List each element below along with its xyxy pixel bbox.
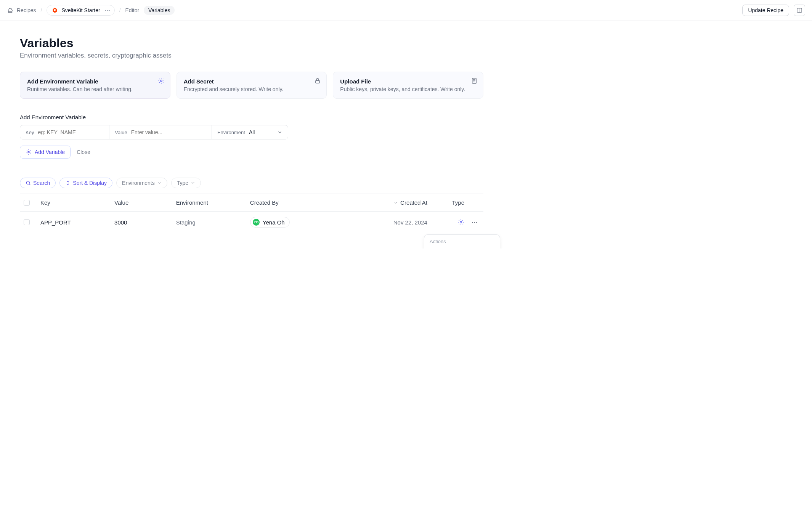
svg-rect-2 [316, 80, 320, 83]
user-pill[interactable]: YO Yena Oh [250, 217, 290, 228]
chef-hat-icon [7, 7, 14, 14]
variables-table: Key Value Environment Created By Created… [20, 194, 483, 233]
chevron-down-icon [157, 181, 162, 185]
breadcrumb-root-label: Recipes [17, 7, 36, 13]
more-horizontal-icon [472, 222, 477, 223]
panel-right-icon [796, 7, 802, 13]
breadcrumb-editor-label: Editor [125, 7, 140, 13]
form-value-label: Value [115, 130, 127, 135]
sort-icon [65, 180, 71, 186]
table-header-created-at-label: Created At [400, 199, 427, 206]
form-actions: Add Variable Close [20, 146, 483, 159]
chevron-down-icon [191, 181, 195, 185]
key-input[interactable] [38, 129, 95, 135]
table-cell-type [431, 212, 468, 233]
form-key-label: Key [26, 130, 34, 135]
card-add-secret[interactable]: Add Secret Encrypted and securely stored… [177, 72, 327, 99]
menu-copy-value[interactable]: Copy Value [424, 247, 500, 248]
svg-point-1 [160, 80, 162, 82]
table-header-environment[interactable]: Environment [172, 194, 246, 212]
type-chip[interactable]: Type [171, 178, 201, 188]
form-env-cell[interactable]: Environment All [212, 125, 288, 139]
action-cards: Add Environment Variable Runtime variabl… [20, 72, 483, 99]
type-chip-label: Type [177, 180, 188, 186]
lock-icon [314, 77, 321, 84]
card-upload-desc: Public keys, private keys, and certifica… [340, 86, 476, 92]
user-name: Yena Oh [263, 219, 285, 226]
breadcrumb-project-label: SvelteKit Starter [61, 7, 100, 13]
close-button[interactable]: Close [77, 149, 90, 155]
table-cell-created-at: Nov 22, 2024 [357, 212, 431, 233]
table-header-created-by[interactable]: Created By [246, 194, 357, 212]
breadcrumb-current[interactable]: Variables [144, 6, 175, 15]
top-bar: Recipes / SvelteKit Starter / Editor Var… [0, 0, 812, 21]
row-environment: Staging [176, 219, 196, 226]
add-variable-button[interactable]: Add Variable [20, 146, 71, 159]
search-chip[interactable]: Search [20, 178, 56, 188]
table-header-value[interactable]: Value [111, 194, 172, 212]
card-env-desc: Runtime variables. Can be read after wri… [27, 86, 163, 92]
form-section-title: Add Environment Variable [20, 114, 483, 120]
file-icon [471, 77, 478, 84]
form-env-label: Environment [217, 130, 245, 135]
environments-chip-label: Environments [122, 180, 155, 186]
table-header-created-at[interactable]: Created At [357, 194, 431, 212]
svg-point-4 [28, 151, 29, 153]
svg-point-5 [26, 181, 29, 184]
row-created-at: Nov 22, 2024 [393, 219, 427, 226]
sort-chip-label: Sort & Display [73, 180, 107, 186]
environments-chip[interactable]: Environments [116, 178, 167, 188]
filter-row: Search Sort & Display Environments Type [20, 178, 483, 188]
breadcrumb-current-label: Variables [148, 7, 170, 13]
add-variable-form: Key Value Environment All [20, 125, 288, 139]
more-horizontal-icon[interactable] [105, 10, 110, 11]
form-key-cell: Key [20, 125, 109, 139]
chevron-down-icon [277, 130, 282, 135]
table-row-checkbox [20, 212, 37, 233]
card-add-env-variable[interactable]: Add Environment Variable Runtime variabl… [20, 72, 170, 99]
table-header-actions [468, 194, 483, 212]
search-chip-label: Search [33, 180, 50, 186]
table-header-key[interactable]: Key [37, 194, 111, 212]
row-checkbox[interactable] [24, 219, 30, 225]
breadcrumb-root[interactable]: Recipes [7, 7, 36, 14]
page-content: Variables Environment variables, secrets… [0, 21, 503, 248]
top-bar-right: Update Recipe [742, 5, 805, 16]
panel-toggle-button[interactable] [794, 5, 805, 16]
svg-point-6 [460, 221, 462, 223]
card-secret-desc: Encrypted and securely stored. Write onl… [184, 86, 320, 92]
gear-icon [158, 77, 165, 84]
avatar: YO [253, 219, 260, 226]
select-all-checkbox[interactable] [24, 200, 30, 206]
gear-icon [457, 219, 464, 226]
table-cell-key: APP_PORT [37, 212, 111, 233]
row-value: 3000 [114, 219, 127, 226]
svelte-icon [51, 7, 58, 14]
breadcrumb-separator: / [41, 7, 42, 13]
card-env-title: Add Environment Variable [27, 78, 163, 85]
form-env-value: All [249, 129, 255, 135]
row-actions-button[interactable] [472, 222, 477, 223]
form-value-cell: Value [109, 125, 212, 139]
table-header-checkbox [20, 194, 37, 212]
breadcrumb-project[interactable]: SvelteKit Starter [47, 5, 114, 16]
add-variable-button-label: Add Variable [35, 149, 65, 155]
table-header-type[interactable]: Type [431, 194, 468, 212]
sort-chip[interactable]: Sort & Display [59, 178, 112, 188]
chevron-down-icon [393, 200, 398, 205]
page-title: Variables [20, 36, 483, 50]
table-cell-actions [468, 212, 483, 233]
table-cell-environment: Staging [172, 212, 246, 233]
card-secret-title: Add Secret [184, 78, 320, 85]
svg-rect-0 [797, 8, 802, 13]
update-recipe-button[interactable]: Update Recipe [742, 5, 789, 16]
gear-icon [26, 149, 32, 155]
page-subtitle: Environment variables, secrets, cryptogr… [20, 52, 483, 59]
row-actions-menu: Actions Copy Value Edit Value Remove Var… [424, 234, 500, 248]
breadcrumb-separator: / [119, 7, 121, 13]
card-upload-file[interactable]: Upload File Public keys, private keys, a… [333, 72, 483, 99]
breadcrumb-editor[interactable]: Editor [125, 7, 140, 13]
value-input[interactable] [131, 129, 188, 135]
card-upload-title: Upload File [340, 78, 476, 85]
row-key: APP_PORT [40, 219, 71, 226]
